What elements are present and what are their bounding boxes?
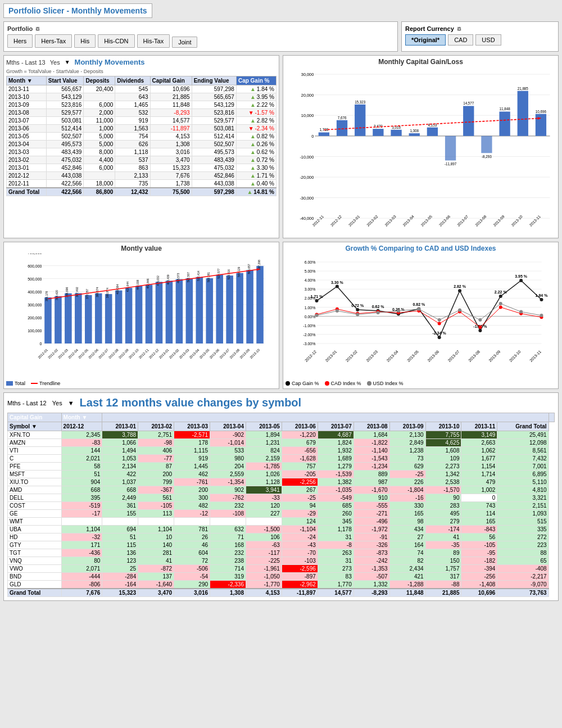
cell-month: 2013-07	[7, 117, 47, 125]
symbol-name: HD	[8, 533, 62, 541]
symbol-value: 65	[497, 557, 549, 565]
symbol-filter-icon[interactable]: ▼	[68, 400, 74, 406]
rc-btn-usd[interactable]: USD	[475, 34, 501, 46]
symbol-value: 41	[425, 533, 461, 541]
symbol-value: -17	[61, 510, 102, 518]
cell-cap-gain-pct: ▲ 1.71 %	[236, 172, 276, 180]
legend-trendline: Trendline	[31, 381, 60, 386]
symbol-value: 51	[102, 533, 138, 541]
symbol-value: 1,037	[102, 478, 138, 486]
symbol-value: 27	[389, 533, 425, 541]
portfolio-btn-hers-tax[interactable]: Hers-Tax	[35, 34, 72, 48]
symbol-value: 1,894	[246, 431, 282, 439]
symbol-value: 902	[210, 486, 246, 494]
symbol-name: XIU.TO	[8, 478, 62, 486]
symbol-value: 1,689	[318, 455, 353, 463]
svg-text:529,577: 529,577	[217, 269, 220, 279]
table-row: 2013-04 495,573 5,000 626 1,308 502,507 …	[7, 141, 277, 148]
table-row: 2013-06 512,414 1,000 1,563 -11,897 503,…	[7, 125, 277, 133]
symbol-value: 1,684	[353, 431, 389, 439]
svg-text:1.84 %: 1.84 %	[536, 293, 549, 297]
symbol-value: -63	[246, 541, 282, 549]
symbol-value: 124	[282, 518, 318, 526]
legend-usd-label: USD Index %	[373, 381, 404, 386]
symbol-value: 136	[102, 549, 138, 557]
rc-btn-original[interactable]: *Original*	[405, 34, 446, 46]
portfolio-btn-his-tax[interactable]: His-Tax	[137, 34, 170, 48]
mths-filter-icon[interactable]: ▼	[65, 59, 70, 65]
report-currency-icon[interactable]: ⛭	[456, 26, 462, 32]
rc-btn-cad[interactable]: CAD	[448, 34, 473, 46]
cell-ending-value: 443,038	[192, 180, 236, 188]
portfolio-label: Portfolio	[7, 25, 33, 32]
symbol-value: -408	[497, 565, 549, 573]
col-2013-04: 2013-04	[210, 422, 246, 431]
symbol-value: 200	[174, 486, 210, 494]
symbol-value: -1,035	[318, 486, 353, 494]
svg-point-179	[478, 329, 482, 332]
col-month[interactable]: Month ▼	[7, 76, 47, 85]
symbol-value: 533	[210, 447, 246, 455]
symbol-grand-total-value: -11,897	[282, 589, 318, 597]
svg-rect-134	[246, 270, 253, 343]
col-2013-11: 2013-11	[461, 422, 497, 431]
grand-total-row: Grand Total 422,566 86,800 12,432 75,500…	[7, 188, 277, 196]
symbol-row: VWO2,07125-872-506714-1,961-2,596273-1,3…	[8, 565, 555, 573]
page-title: Portfolio Slicer - Monthly Movements	[8, 6, 147, 15]
cell-start-value: 495,573	[46, 141, 84, 148]
svg-text:15,323: 15,323	[355, 100, 366, 104]
symbol-value: 1,104	[61, 526, 102, 533]
cell-deposits: 5,000	[84, 141, 115, 148]
symbol-value: -656	[282, 447, 318, 455]
portfolio-btn-hers[interactable]: Hers	[7, 34, 33, 48]
symbol-value: 25,491	[497, 431, 549, 439]
symbol-value: -1,220	[282, 431, 318, 439]
svg-text:502,507: 502,507	[187, 272, 190, 282]
col-2013-09: 2013-09	[389, 422, 425, 431]
symbol-value: 1,066	[102, 439, 138, 447]
symbol-value: 1,342	[425, 471, 461, 478]
symbol-value: 1,053	[102, 455, 138, 463]
legend-trendline-color	[31, 383, 38, 384]
symbol-value: 227	[246, 510, 282, 518]
portfolio-filter-icon[interactable]: ⛭	[35, 26, 40, 32]
cell-month: 2013-05	[7, 133, 47, 141]
cell-capital-gain: 14,577	[150, 117, 192, 125]
cell-capital-gain: 1,738	[150, 180, 192, 188]
symbol-value: -1,014	[210, 439, 246, 447]
legend-total: Total	[6, 381, 25, 386]
symbol-value: 980	[210, 455, 246, 463]
cell-capital-gain: 11,848	[150, 101, 192, 109]
svg-text:0: 0	[40, 342, 42, 346]
portfolio-btn-his-cdn[interactable]: His-CDN	[98, 34, 134, 48]
cell-dividends: 545	[115, 85, 150, 93]
svg-text:2012-04: 2012-04	[67, 348, 79, 359]
symbol-value: 889	[353, 471, 389, 478]
svg-point-165	[336, 285, 339, 288]
symbol-value: 94	[282, 502, 318, 510]
svg-rect-131	[236, 273, 243, 343]
cell-gt-start: 422,566	[46, 188, 84, 196]
svg-text:1.71 %: 1.71 %	[311, 295, 324, 299]
portfolio-btn-joint[interactable]: Joint	[172, 37, 197, 48]
symbol-value	[174, 518, 210, 526]
symbol-value: 140	[138, 541, 174, 549]
symbol-value: -1,972	[353, 526, 389, 533]
cell-month: 2013-10	[7, 93, 47, 101]
cell-grand-total-label: Grand Total	[7, 188, 47, 196]
portfolio-btn-his[interactable]: His	[74, 34, 96, 48]
symbol-value: 164	[389, 541, 425, 549]
cell-start-value: 565,657	[46, 85, 84, 93]
symbol-value: 155	[102, 510, 138, 518]
symbol-value: -25	[389, 471, 425, 478]
cell-cap-gain-pct: ▲ 3.30 %	[236, 164, 276, 172]
report-currency-label: Report Currency	[405, 25, 454, 32]
svg-rect-86	[85, 295, 92, 343]
table-row: 2013-10 543,129 643 21,885 565,657 ▲ 3.9…	[7, 93, 277, 101]
symbol-value: 1,115	[174, 447, 210, 455]
symbol-name: GTY	[8, 541, 62, 549]
symbol-value: 72	[174, 557, 210, 565]
symbol-value: -1,500	[246, 526, 282, 533]
symbol-value: 88	[497, 549, 549, 557]
symbol-value: 82	[389, 557, 425, 565]
